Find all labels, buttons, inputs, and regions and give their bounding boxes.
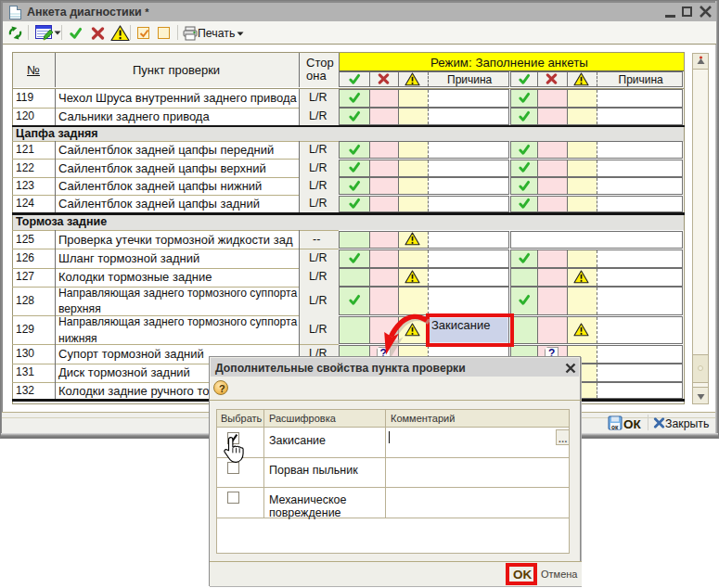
svg-text:ок: ок bbox=[611, 424, 619, 430]
